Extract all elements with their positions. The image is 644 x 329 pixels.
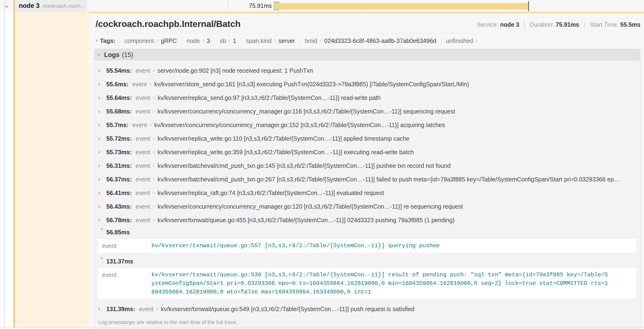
span-tint-column [15,12,89,328]
tag-key: txnid [305,38,318,44]
logs-section: › Logs (15) ›55.54ms:event=server/node.g… [94,49,640,329]
log-timestamp: 55.7ms: [106,122,128,128]
log-entry-row-expanded[interactable]: ›131.37ms [94,256,640,266]
logs-title: Logs [104,51,120,59]
log-entry-row-expanded[interactable]: ›56.85ms [94,227,640,238]
chevron-right-icon[interactable]: › [96,37,98,44]
equals-sign: = [152,95,156,101]
log-entry-row[interactable]: ›56.78ms:event=kv/kvserver/txnwait/queue… [94,213,640,227]
span-detail-header: /cockroach.roachpb.Internal/Batch Servic… [94,13,640,33]
log-detail-box: eventkv/kvserver/txnwait/queue.go:557 [n… [98,238,637,253]
equals-sign: = [152,136,156,142]
equals-sign: = [152,163,156,169]
log-message: kv/kvserver/concurrency/concurrency_mana… [154,122,445,128]
log-entry-row[interactable]: ›56.43ms:event=kv/kvserver/concurrency/c… [94,200,640,213]
span-name-row[interactable]: node 3 /cockroach.roach… [13,0,87,12]
equals-sign: = [319,38,322,44]
chevron-right-icon[interactable]: › [98,135,106,141]
span-operation-name: /cockroach.roach… [42,3,86,9]
log-entry-row[interactable]: ›56.31ms:event=kv/kvserver/batcheval/cmd… [94,159,640,172]
equals-sign: = [152,204,156,210]
tag-value: server [278,38,295,44]
chevron-right-icon[interactable]: › [98,94,106,100]
tag-item[interactable]: txnid=024d3323-6c8f-4863-aa8b-37ab0e6349… [300,38,441,44]
tags-row[interactable]: › Tags: component=gRPCnode=3sb=1span.kin… [94,34,640,47]
chevron-right-icon[interactable]: › [98,108,106,114]
trace-span-detail-view: › node 3 /cockroach.roach… 75.91ms /cock… [0,0,644,329]
tag-item[interactable]: component=gRPC [120,38,182,44]
log-field-key: event [136,162,150,169]
equals-sign: = [152,217,156,224]
meta-separator: | [584,21,585,28]
log-field-value: kv/kvserver/txnwait/queue.go:538 [n3,s3,… [151,270,637,296]
log-entry-row[interactable]: ›56.37ms:event=kv/kvserver/batcheval/cmd… [94,172,640,186]
log-timestamp: 131.37ms [106,258,133,265]
chevron-right-icon[interactable]: › [98,149,106,155]
log-field-key: event [139,306,154,312]
log-timestamp: 55.6ms: [106,81,128,88]
log-entry-row[interactable]: ›55.7ms:event=kv/kvserver/concurrency/co… [94,118,640,132]
chevron-right-icon[interactable]: › [98,67,106,74]
span-detail-panel: /cockroach.roachpb.Internal/Batch Servic… [89,12,644,328]
tag-item[interactable]: span.kind=server [241,38,300,44]
log-timestamp: 131.39ms: [106,306,135,312]
duration-label: Duration: [530,21,554,28]
log-entry-row[interactable]: ›55.64ms:event=kv/kvserver/replica_send.… [94,91,640,105]
log-entry-row[interactable]: ›55.6ms:event=kv/kvserver/store_send.go:… [94,78,640,91]
tag-item[interactable]: node=3 [182,38,215,44]
log-field-key: event [132,81,147,88]
timeline-header-row: › node 3 /cockroach.roach… 75.91ms [0,0,644,12]
tag-key: span.kind [246,38,272,44]
chevron-right-icon[interactable]: › [98,176,106,182]
tag-item[interactable]: sb=1 [215,38,241,44]
chevron-right-icon[interactable]: › [98,81,106,87]
chevron-right-icon[interactable]: › [98,203,106,209]
chevron-right-icon[interactable]: › [98,122,106,128]
log-entry-row[interactable]: ›55.68ms:event=kv/kvserver/concurrency/c… [94,105,640,118]
chevron-down-icon[interactable]: › [96,54,102,56]
log-field-key: event [136,203,150,210]
tag-item[interactable]: unfinished= [441,38,485,44]
log-entry-row[interactable]: ›55.54ms:event=server/node.go:902 [n3] n… [94,64,640,78]
log-timestamp: 55.64ms: [106,94,132,101]
log-entry-row[interactable]: ›56.41ms:event=kv/kvserver/replica_raft.… [94,186,640,200]
log-timestamp: 55.68ms: [106,108,132,115]
log-timestamp: 56.37ms: [106,176,132,183]
log-entry-row[interactable]: ›55.72ms:event=kv/kvserver/replica_write… [94,132,640,146]
chevron-right-icon[interactable]: › [98,162,106,168]
log-field-value: kv/kvserver/txnwait/queue.go:557 [n3,s3,… [151,242,467,250]
log-entry-row[interactable]: ›131.39ms:event=kv/kvserver/txnwait/queu… [94,302,640,316]
hierarchy-guide-line [4,0,4,328]
tag-key: component [125,38,154,44]
log-timestamp: 55.72ms: [106,135,132,142]
service-value: node 3 [500,21,519,28]
log-field-key: event [136,135,150,142]
log-entry-row[interactable]: ›55.73ms:event=kv/kvserver/replica_write… [94,146,640,159]
start-time-label: Start Time: [590,21,618,28]
chevron-right-icon[interactable]: › [98,306,106,312]
chevron-down-icon[interactable]: › [99,228,105,236]
equals-sign: = [152,149,156,156]
chevron-right-icon[interactable]: › [98,190,106,196]
span-timeline-bar[interactable] [274,3,529,10]
span-meta: Service: node 3 | Duration: 75.91ms | St… [477,21,640,29]
log-message: kv/kvserver/replica_write.go:110 [n3,s3,… [158,135,410,142]
log-timestamp: 55.73ms: [106,149,132,156]
service-label: Service: [477,21,498,28]
equals-sign: = [152,68,156,74]
span-end-marker [528,1,529,11]
tag-value: 3 [207,38,210,44]
meta-separator: | [524,21,525,28]
chevron-down-icon[interactable]: › [99,257,105,265]
log-field-key: event [136,149,150,156]
equals-sign: = [475,38,478,44]
tag-key: sb [220,38,226,44]
logs-header[interactable]: › Logs (15) [94,49,640,60]
log-detail-box: eventkv/kvserver/txnwait/queue.go:538 [n… [98,268,637,300]
log-field-key: event [136,108,150,115]
tag-value: 1 [233,38,236,44]
span-service-name: node 3 [19,2,40,10]
equals-sign: = [228,38,231,44]
log-field-key: event [136,217,150,224]
chevron-right-icon[interactable]: › [98,217,106,223]
